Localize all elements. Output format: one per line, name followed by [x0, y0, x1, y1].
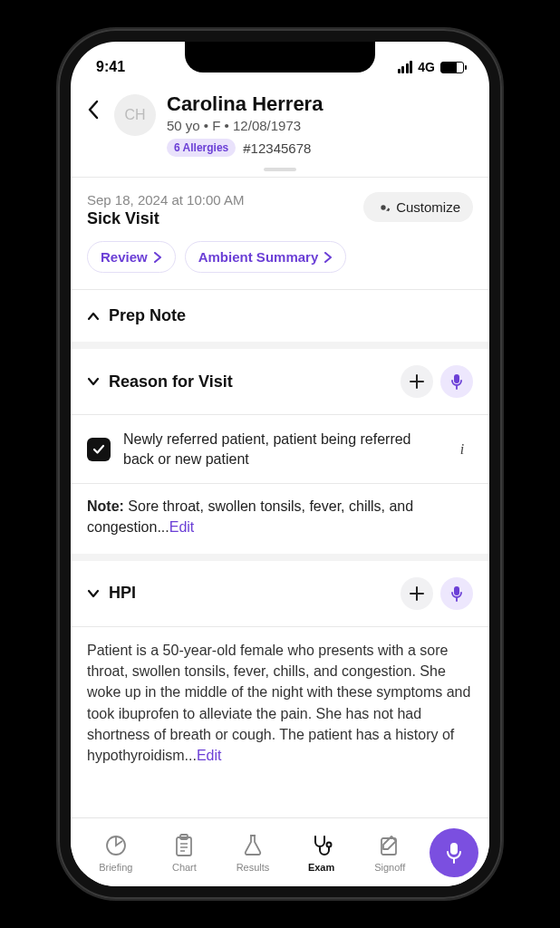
patient-subline: 50 yo • F • 12/08/1973: [167, 118, 473, 133]
gear-icon: [376, 200, 391, 215]
review-chip-label: Review: [101, 249, 148, 265]
chevron-down-icon: [87, 587, 100, 600]
drag-handle[interactable]: [264, 168, 296, 171]
status-time: 9:41: [96, 59, 125, 75]
tab-label: Chart: [172, 862, 197, 873]
tab-label: Exam: [308, 862, 334, 873]
plus-icon: [409, 373, 425, 390]
check-icon: [92, 444, 105, 455]
pie-chart-icon: [104, 833, 128, 858]
back-button[interactable]: [87, 92, 103, 120]
battery-icon: [440, 62, 464, 73]
chevron-left-icon: [87, 100, 100, 120]
prep-note-header[interactable]: Prep Note: [71, 290, 489, 342]
checkbox-checked[interactable]: [87, 438, 111, 461]
add-button[interactable]: [401, 577, 433, 610]
mic-button[interactable]: [440, 365, 473, 398]
svg-point-5: [326, 842, 331, 846]
visit-meta: Sep 18, 2024 at 10:00 AM Sick Visit: [87, 192, 244, 228]
phone-frame: 9:41 4G CH Carolina Herrera 50 yo • F • …: [58, 29, 502, 899]
record-fab[interactable]: [430, 828, 478, 877]
tab-chart[interactable]: Chart: [150, 833, 219, 873]
microphone-icon: [450, 373, 463, 390]
rfv-item-text: Newly referred patient, patient being re…: [123, 430, 439, 469]
visit-row: Sep 18, 2024 at 10:00 AM Sick Visit Cust…: [71, 178, 489, 241]
thick-divider: [71, 342, 489, 349]
tab-results[interactable]: Results: [218, 833, 287, 873]
chevron-right-icon: [153, 252, 162, 263]
avatar[interactable]: CH: [114, 94, 156, 136]
hpi-actions: [401, 577, 473, 610]
chevron-right-icon: [323, 252, 333, 263]
edit-square-icon: [379, 833, 401, 858]
review-chip[interactable]: Review: [87, 241, 176, 273]
note-body: Sore throat, swollen tonsils, fever, chi…: [87, 498, 413, 534]
hpi-header[interactable]: HPI: [71, 561, 489, 626]
tab-signoff[interactable]: Signoff: [355, 833, 424, 873]
phone-screen: 9:41 4G CH Carolina Herrera 50 yo • F • …: [71, 42, 489, 886]
thick-divider: [71, 554, 489, 561]
avatar-initials: CH: [124, 107, 145, 123]
chevron-down-icon: [87, 375, 100, 388]
rfv-note: Note: Sore throat, swollen tonsils, feve…: [71, 484, 489, 554]
rfv-actions: [401, 365, 473, 398]
customize-label: Customize: [396, 199, 460, 215]
add-button[interactable]: [401, 365, 433, 398]
patient-info: Carolina Herrera 50 yo • F • 12/08/1973 …: [167, 92, 473, 157]
microphone-icon: [445, 841, 463, 865]
chevron-up-icon: [87, 310, 100, 323]
mrn-label: #12345678: [243, 140, 311, 156]
hpi-body: Patient is a 50-year-old female who pres…: [71, 627, 489, 775]
tab-label: Briefing: [99, 862, 132, 873]
status-right: 4G: [398, 60, 464, 74]
chip-row: Review Ambient Summary: [71, 241, 489, 289]
ambient-summary-chip[interactable]: Ambient Summary: [185, 241, 347, 273]
note-label: Note:: [87, 498, 128, 514]
stethoscope-icon: [310, 833, 333, 858]
hpi-text: Patient is a 50-year-old female who pres…: [87, 643, 470, 763]
patient-name: Carolina Herrera: [167, 92, 473, 116]
mic-button[interactable]: [440, 577, 473, 610]
patient-header: CH Carolina Herrera 50 yo • F • 12/08/19…: [71, 83, 489, 168]
tab-exam[interactable]: Exam: [287, 833, 356, 873]
tab-label: Signoff: [374, 862, 405, 873]
rfv-header[interactable]: Reason for Visit: [71, 349, 489, 414]
svg-rect-7: [450, 843, 458, 855]
allergy-badge[interactable]: 6 Allergies: [167, 139, 236, 157]
visit-datetime: Sep 18, 2024 at 10:00 AM: [87, 192, 244, 208]
tab-label: Results: [237, 862, 270, 873]
ambient-chip-label: Ambient Summary: [198, 249, 319, 265]
rfv-title: Reason for Visit: [109, 372, 233, 392]
network-label: 4G: [418, 60, 435, 74]
tab-bar: Briefing Chart Results Exam: [71, 817, 489, 886]
rfv-item[interactable]: Newly referred patient, patient being re…: [71, 415, 489, 483]
svg-rect-3: [177, 837, 191, 856]
prep-note-title: Prep Note: [109, 306, 186, 325]
phone-notch: [185, 42, 375, 72]
plus-icon: [409, 585, 425, 602]
edit-link[interactable]: Edit: [197, 748, 222, 763]
badge-row: 6 Allergies #12345678: [167, 139, 473, 157]
customize-button[interactable]: Customize: [363, 192, 473, 222]
svg-rect-1: [454, 586, 459, 595]
hpi-title: HPI: [109, 584, 136, 603]
microphone-icon: [450, 585, 463, 602]
visit-type: Sick Visit: [87, 209, 244, 228]
tab-briefing[interactable]: Briefing: [82, 833, 150, 873]
clipboard-icon: [174, 833, 194, 858]
content-scroll[interactable]: Sep 18, 2024 at 10:00 AM Sick Visit Cust…: [71, 178, 489, 817]
info-button[interactable]: i: [451, 441, 473, 458]
svg-rect-0: [454, 374, 459, 383]
edit-link[interactable]: Edit: [169, 519, 195, 535]
signal-icon: [398, 61, 413, 73]
flask-icon: [243, 833, 263, 858]
